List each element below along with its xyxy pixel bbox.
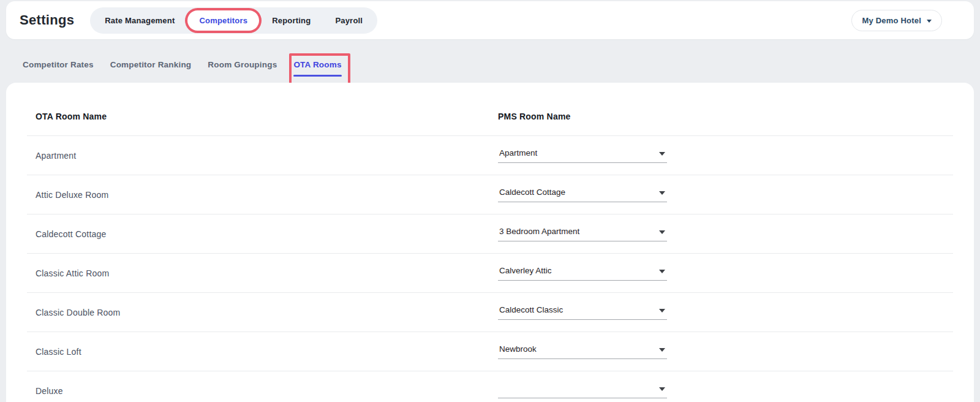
ota-room-name: Classic Attic Room <box>27 268 498 278</box>
table-row: Deluxe <box>27 371 953 402</box>
chevron-down-icon <box>659 152 665 156</box>
ota-room-name: Classic Double Room <box>27 308 498 317</box>
pms-room-select[interactable] <box>498 384 667 398</box>
chevron-down-icon <box>659 348 665 352</box>
main-nav-tab-rate-management[interactable]: Rate Management <box>93 10 186 31</box>
ota-room-name: Caldecott Cottage <box>27 229 498 239</box>
pms-room-select[interactable]: Apartment <box>498 148 667 163</box>
table-header-row: OTA Room Name PMS Room Name <box>27 83 953 136</box>
pms-room-value: Apartment <box>499 148 537 158</box>
subtab-wrap-competitor-ranking: Competitor Ranking <box>110 60 192 69</box>
subtab-competitor-rates[interactable]: Competitor Rates <box>23 60 94 69</box>
subtab-wrap-competitor-rates: Competitor Rates <box>23 60 94 69</box>
table-row: Caldecott Cottage 3 Bedroom Apartment <box>27 214 953 254</box>
table-row: Classic Double Room Caldecott Classic <box>27 293 953 332</box>
ota-rooms-panel: OTA Room Name PMS Room Name Apartment Ap… <box>6 83 974 402</box>
table-row: Classic Loft Newbrook <box>27 332 953 371</box>
ota-room-name: Apartment <box>27 151 498 161</box>
main-nav-tab-payroll[interactable]: Payroll <box>323 10 374 31</box>
chevron-down-icon <box>659 270 665 273</box>
ota-room-name: Attic Deluxe Room <box>27 190 498 200</box>
subtab-wrap-room-groupings: Room Groupings <box>208 60 277 69</box>
settings-subtabs: Competitor Rates Competitor Ranking Room… <box>23 60 342 77</box>
pms-room-select[interactable]: Caldecott Classic <box>498 305 667 320</box>
ota-room-name: Deluxe <box>27 386 498 396</box>
top-header-bar: Settings Rate Management Competitors Rep… <box>6 1 974 39</box>
pms-room-value: Caldecott Classic <box>499 305 563 315</box>
pms-room-value: Calverley Attic <box>499 266 552 276</box>
subtab-room-groupings[interactable]: Room Groupings <box>208 60 277 69</box>
chevron-down-icon <box>659 309 665 313</box>
chevron-down-icon <box>659 387 665 391</box>
pms-room-value: Caldecott Cottage <box>499 188 565 197</box>
pms-room-value: Newbrook <box>499 344 537 354</box>
subtab-wrap-ota-rooms: OTA Rooms <box>293 60 341 77</box>
table-row: Apartment Apartment <box>27 136 953 175</box>
hotel-selector-button[interactable]: My Demo Hotel <box>851 10 942 31</box>
chevron-down-icon <box>659 230 665 234</box>
subtab-ota-rooms[interactable]: OTA Rooms <box>293 60 341 69</box>
annotation-highlight-box <box>289 53 350 87</box>
pms-room-select[interactable]: Newbrook <box>498 344 667 359</box>
table-body: Apartment Apartment Attic Deluxe Room Ca… <box>27 136 953 402</box>
column-header-ota-room-name: OTA Room Name <box>27 112 498 121</box>
subtab-competitor-ranking[interactable]: Competitor Ranking <box>110 60 192 69</box>
table-row: Attic Deluxe Room Caldecott Cottage <box>27 175 953 214</box>
main-nav-tab-competitors[interactable]: Competitors <box>187 10 259 31</box>
column-header-pms-room-name: PMS Room Name <box>498 112 953 121</box>
main-nav-tab-reporting[interactable]: Reporting <box>260 10 322 31</box>
chevron-down-icon <box>927 20 932 23</box>
main-nav-tabs: Rate Management Competitors Reporting Pa… <box>90 7 377 34</box>
pms-room-select[interactable]: Calverley Attic <box>498 266 667 281</box>
page-title: Settings <box>20 12 74 28</box>
pms-room-value: 3 Bedroom Apartment <box>499 227 579 237</box>
pms-room-select[interactable]: 3 Bedroom Apartment <box>498 227 667 241</box>
hotel-selector-label: My Demo Hotel <box>862 16 921 25</box>
active-tab-underline <box>293 75 341 77</box>
pms-room-select[interactable]: Caldecott Cottage <box>498 188 667 202</box>
chevron-down-icon <box>659 191 665 195</box>
table-row: Classic Attic Room Calverley Attic <box>27 254 953 293</box>
ota-room-name: Classic Loft <box>27 347 498 357</box>
